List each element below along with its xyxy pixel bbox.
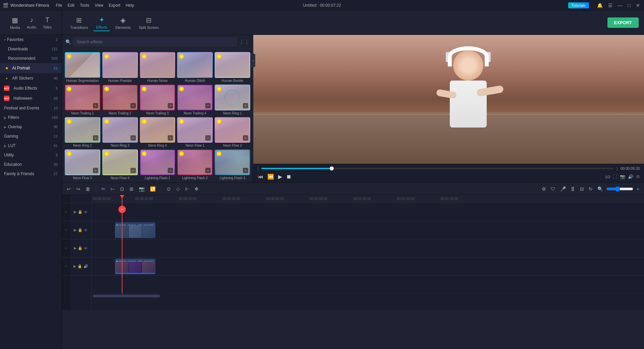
toolbar-elements[interactable]: ◈ Elements	[113, 15, 133, 31]
move-tool-button[interactable]: ✥	[193, 186, 200, 192]
track-2-eye-btn[interactable]: 👁	[84, 228, 88, 232]
sidebar-item-utility[interactable]: Utility 9	[0, 150, 62, 160]
timeline-mic-button[interactable]: 🎤	[559, 186, 567, 192]
loop-button[interactable]: 🔁	[149, 186, 157, 192]
effect-item-5[interactable]: ★ Human Border	[215, 52, 250, 83]
sidebar-item-gaming[interactable]: Gaming 12	[0, 132, 62, 141]
track-3-eye-btn[interactable]: 👁	[84, 246, 88, 250]
grid-view-icon[interactable]: ⋮⋮	[239, 39, 250, 45]
effect-item-13[interactable]: ★ + Neon Ring 4	[140, 117, 175, 148]
track-1-video-btn[interactable]: ▶	[74, 210, 76, 214]
stop-button[interactable]: ⏹	[285, 173, 292, 181]
undo-button[interactable]: ↩	[65, 186, 72, 192]
toolbar-audio[interactable]: ♪ Audio	[24, 15, 39, 31]
toolbar-media[interactable]: ▦ Media	[7, 15, 23, 31]
timeline-settings-button[interactable]: ⚙	[540, 186, 547, 192]
track-1-lock-btn[interactable]: 🔒	[78, 210, 83, 214]
menu-icon[interactable]: ☰	[607, 3, 614, 8]
effect-item-15[interactable]: ★ + Neon Flow 2	[215, 117, 250, 148]
effect-item-14[interactable]: ★ + Neon Flow 1	[177, 117, 213, 148]
progress-bar[interactable]	[261, 168, 614, 169]
menu-file[interactable]: File	[56, 3, 62, 8]
toolbar-effects[interactable]: ✦ Effects	[93, 14, 110, 31]
settings-icon[interactable]: ⚙	[636, 174, 640, 179]
timeline-shield-button[interactable]: 🛡	[549, 186, 557, 192]
effect-item-20[interactable]: ★ + Lightning Flash 3	[215, 149, 250, 180]
effect-item-6[interactable]: ★ + Neon Trailing 1	[65, 85, 100, 115]
timeline-content[interactable]: 00:00:00:00 00:00:10:00 00:00:20:00 00:0…	[92, 195, 644, 310]
timeline-zoom-button[interactable]: 🔍	[596, 186, 604, 192]
sidebar-item-halloween[interactable]: HOT Halloween 43	[0, 93, 62, 103]
maximize-button[interactable]: □	[627, 3, 632, 8]
tutorials-button[interactable]: Tutorials	[568, 2, 589, 8]
sidebar-item-filters[interactable]: ▶ Filters 160	[0, 113, 62, 122]
timeline-mix-button[interactable]: 🎛	[569, 186, 577, 192]
close-button[interactable]: ✕	[635, 3, 641, 8]
scroll-thumb[interactable]	[93, 295, 160, 297]
sidebar-item-favorites[interactable]: ▾ Favorites 2	[0, 35, 62, 44]
sidebar-item-ai-portrait[interactable]: ★ AI Portrait 21	[0, 63, 62, 73]
effect-item-2[interactable]: ★ Human Pixelate	[102, 52, 138, 83]
effect-item-4[interactable]: ★ Human Glitch	[177, 52, 213, 83]
menu-export[interactable]: Export	[109, 3, 120, 8]
track-1-eye-btn[interactable]: 👁	[84, 210, 88, 214]
step-back-button[interactable]: ⏪	[267, 173, 275, 181]
effect-item-16[interactable]: ★ + Neon Flow 3	[65, 149, 100, 180]
menu-view[interactable]: View	[95, 3, 103, 8]
redo-button[interactable]: ↪	[75, 186, 82, 192]
timeline-split-view-button[interactable]: ⊟	[579, 186, 585, 192]
track-2-lock-btn[interactable]: 🔒	[78, 228, 83, 232]
timeline-clip-2[interactable]: ▶ 34324_woman_with_headpho	[115, 259, 155, 274]
search-input[interactable]	[73, 38, 237, 46]
sidebar-item-family-friends[interactable]: Family & Friends 27	[0, 169, 62, 179]
diamond-button[interactable]: ◇	[175, 186, 181, 192]
screenshot-icon[interactable]: 📷	[620, 174, 625, 179]
effect-item-7[interactable]: ★ + Neon Trailing 2	[102, 85, 138, 115]
track-3-video-btn[interactable]: ▶	[74, 246, 76, 250]
timeline-loop2-button[interactable]: ↻	[587, 186, 594, 192]
sidebar-item-education[interactable]: Education 20	[0, 160, 62, 169]
skip-start-button[interactable]: ⏮	[257, 173, 264, 181]
timeline-clip-1[interactable]: ▶ 34324_woman_with_headpho	[115, 222, 155, 238]
add-track-4-button[interactable]: +	[65, 264, 67, 268]
add-track-2-button[interactable]: +	[65, 228, 67, 232]
sidebar-item-overlay[interactable]: ▶ Overlay 96	[0, 122, 62, 132]
menu-help[interactable]: Help	[126, 3, 134, 8]
sidebar-item-downloads[interactable]: Downloads 121	[0, 44, 62, 54]
effect-item-12[interactable]: ★ + Neon Ring 3	[102, 117, 138, 148]
delete-button[interactable]: 🗑	[84, 186, 92, 192]
add-track-1-button[interactable]: +	[65, 210, 67, 214]
effect-item-9[interactable]: ★ + Neon Trailing 4	[177, 85, 213, 115]
add-track-3-button[interactable]: +	[65, 246, 67, 250]
collapse-panel-btn[interactable]: ‹	[251, 54, 255, 67]
sidebar-item-lut[interactable]: ▶ LUT 41	[0, 141, 62, 150]
track-4-lock-btn[interactable]: 🔒	[77, 264, 82, 268]
fit-timeline-button[interactable]: ⊙	[165, 186, 172, 192]
effect-item-11[interactable]: ★ + Neon Ring 2	[65, 117, 100, 148]
volume-icon[interactable]: 🔊	[628, 174, 633, 179]
notification-icon[interactable]: 🔔	[596, 3, 604, 8]
export-button[interactable]: EXPORT	[607, 17, 639, 28]
effect-item-17[interactable]: ★ + Neon Flow 4	[102, 149, 138, 180]
toolbar-transitions[interactable]: ⊞ Transitions	[67, 15, 91, 31]
split-button[interactable]: ⊢	[109, 186, 116, 192]
track-2-video-btn[interactable]: ▶	[74, 228, 76, 232]
toolbar-titles[interactable]: T Titles	[40, 15, 54, 31]
effect-item-3[interactable]: ★ Human Noise	[140, 52, 175, 83]
horizontal-scrollbar[interactable]	[92, 294, 644, 298]
menu-edit[interactable]: Edit	[68, 3, 75, 8]
track-3-lock-btn[interactable]: 🔒	[78, 246, 83, 250]
track-4-vol-btn[interactable]: 🔊	[84, 264, 88, 268]
group-button[interactable]: ⊞	[128, 186, 135, 192]
sidebar-item-audio-effects[interactable]: HOT Audio Effects 5	[0, 83, 62, 93]
effect-item-19[interactable]: ★ + Lightning Flash 2	[177, 149, 213, 180]
effect-item-10[interactable]: ★ + Neon Ring 1	[215, 85, 250, 115]
menu-tools[interactable]: Tools	[80, 3, 89, 8]
minimize-button[interactable]: —	[616, 3, 624, 8]
play-pause-button[interactable]: ▶	[277, 173, 283, 181]
sidebar-item-ar-stickers[interactable]: ● AR Stickers 40	[0, 73, 62, 83]
timeline-zoom-in-button[interactable]: +	[635, 186, 641, 192]
toolbar-split-screen[interactable]: ⊟ Split Screen	[136, 15, 161, 31]
track-4-audio-btn[interactable]: ▶	[73, 264, 76, 268]
crop-button[interactable]: ⊡	[119, 186, 125, 192]
